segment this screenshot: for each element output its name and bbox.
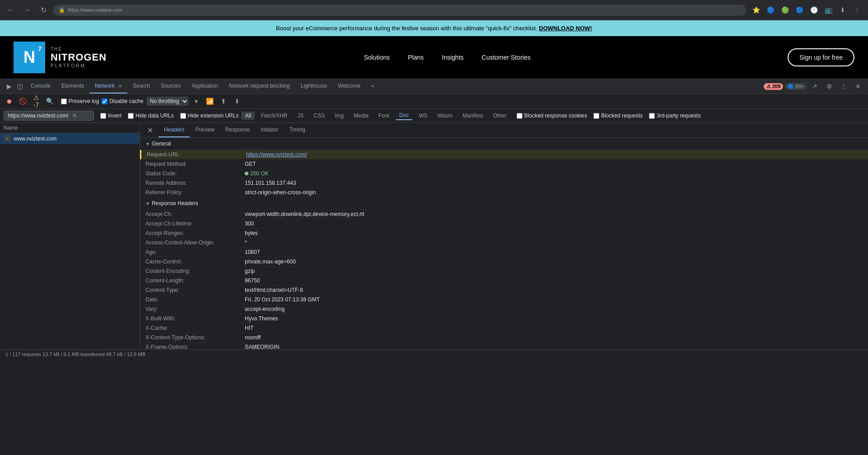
add-tab-button[interactable]: + [368,80,378,93]
response-header-value: Fri, 20 Oct 2023 07:13:38 GMT [245,296,863,303]
list-item[interactable]: ≡ www.nviztest.com [0,133,140,144]
chrome-ext-1[interactable]: 🟢 [779,4,791,16]
warnings-button[interactable]: ⚠ -7 [31,96,42,107]
general-section-header[interactable]: ▼ General [140,138,868,150]
hide-extension-urls-checkbox[interactable] [180,113,186,119]
devtools-settings-button[interactable]: ⚙ [823,80,835,93]
response-header-value: accept-encoding [245,306,863,312]
tab-lighthouse[interactable]: Lighthouse [295,79,333,94]
tab-search[interactable]: Search [127,79,155,94]
tab-console[interactable]: Console [25,79,56,94]
filter-other[interactable]: Other [490,112,510,120]
network-toolbar: ⏺ 🚫 ⚠ -7 🔍 Preserve log Disable cache No… [0,94,868,109]
wifi-button[interactable]: 📶 [205,96,215,107]
menu-button[interactable]: ⋮ [851,4,863,16]
hide-data-urls-checkbox[interactable] [128,113,134,119]
tab-initiator[interactable]: Initiator [255,123,284,137]
tab-network-close[interactable]: ✕ [118,84,122,89]
filter-doc[interactable]: Doc [396,111,412,120]
downloads-button[interactable]: ⬇ [836,4,849,16]
devtools-close-button[interactable]: ✕ [852,80,864,93]
tab-headers[interactable]: Headers [159,123,190,137]
invert-checkbox-label[interactable]: Invert [100,113,121,119]
select-element-button[interactable]: ↗ [808,80,821,93]
filter-ws[interactable]: WS [415,112,431,120]
blocked-response-cookies-checkbox[interactable] [517,113,523,119]
search-network-button[interactable]: 🔍 [44,96,55,107]
headers-content: ▼ General Request URL: https://www.nvizt… [140,138,868,349]
promo-cta[interactable]: DOWNLOAD NOW! [539,25,592,32]
response-header-value: nosniff [245,334,863,341]
tab-headers-label: Headers [164,127,184,133]
nav-solutions[interactable]: Solutions [364,54,390,61]
upload-har-button[interactable]: ⬆ [218,96,229,107]
response-header-value: HIT [245,325,863,331]
cast-button[interactable]: 📺 [822,4,835,16]
tab-elements[interactable]: Elements [56,79,89,94]
filter-all-button[interactable]: All [241,112,254,120]
blocked-requests-label[interactable]: Blocked requests [593,113,643,119]
third-party-requests-checkbox[interactable] [649,113,655,119]
preserve-log-label[interactable]: Preserve log [61,98,99,104]
tab-application[interactable]: Application [186,79,224,94]
response-header-row: X-Cache:HIT [140,324,868,333]
clear-button[interactable]: 🚫 [17,96,28,107]
response-headers-section-header[interactable]: ▼ Response Headers [140,197,868,210]
chrome-ext-2[interactable]: 🔵 [793,4,806,16]
blocked-response-cookies-label[interactable]: Blocked response cookies [517,113,587,119]
tab-sources-label: Sources [161,83,181,89]
back-button[interactable]: ← [5,4,17,16]
device-toggle-button[interactable]: ◫ [14,81,25,92]
warning-badge[interactable]: ⚠ 209 [764,83,783,90]
invert-checkbox[interactable] [100,113,106,119]
extensions-button[interactable]: ⭐ [750,4,762,16]
throttle-select[interactable]: No throttling [146,97,188,106]
filter-wasm[interactable]: Wasm [434,112,457,120]
blocked-requests-checkbox[interactable] [593,113,599,119]
clear-filter-icon[interactable]: ✕ [72,113,77,119]
nav-customer-stories[interactable]: Customer Stories [482,54,531,61]
logo-box: N 7 [14,42,45,73]
filter-css[interactable]: CSS [310,112,329,120]
address-bar[interactable]: 🔒 https://www.nviztest.com [53,5,746,16]
tab-preview[interactable]: Preview [190,123,220,137]
hide-extension-urls-label[interactable]: Hide extension URLs [180,113,239,119]
tab-network[interactable]: Network ✕ [89,79,127,94]
filter-fetch-xhr[interactable]: Fetch/XHR [257,112,291,120]
inspect-element-button[interactable]: ▶ [4,81,14,92]
filter-manifest[interactable]: Manifest [459,112,486,120]
devtools-more-button[interactable]: ⋮ [837,80,850,93]
chrome-ext-3[interactable]: 🕐 [807,4,820,16]
record-button[interactable]: ⏺ [4,96,14,107]
download-har-button[interactable]: ⬇ [232,96,243,107]
tab-timing[interactable]: Timing [284,123,311,137]
filter-img[interactable]: Img [331,112,347,120]
nav-insights[interactable]: Insights [442,54,463,61]
filter-js[interactable]: JS [294,112,308,120]
filter-media[interactable]: Media [350,112,372,120]
profile-button[interactable]: 🔵 [764,4,777,16]
tab-welcome[interactable]: Welcome [332,79,366,94]
tab-timing-label: Timing [289,127,305,133]
response-header-value: 96750 [245,277,863,284]
tab-sources[interactable]: Sources [155,79,186,94]
throttle-dropdown[interactable]: ▾ [191,96,202,107]
tab-response[interactable]: Response [220,123,255,137]
tab-application-label: Application [191,83,218,89]
tab-network-request-blocking[interactable]: Network request blocking [224,79,295,94]
disable-cache-checkbox[interactable] [102,99,107,104]
third-party-requests-label[interactable]: 3rd-party requests [649,113,700,119]
disable-cache-label[interactable]: Disable cache [102,98,143,104]
hide-data-urls-label[interactable]: Hide data URLs [128,113,174,119]
request-url-value[interactable]: https://www.nviztest.com/ [246,151,863,158]
reload-button[interactable]: ↻ [37,4,50,16]
request-method-label: Request Method: [145,161,245,167]
forward-button[interactable]: → [21,4,33,16]
close-detail-panel-button[interactable]: ✕ [144,124,157,136]
preserve-log-checkbox[interactable] [61,99,67,104]
signup-button[interactable]: Sign up for free [788,48,854,66]
nav-plans[interactable]: Plans [408,54,424,61]
filter-font[interactable]: Font [375,112,393,120]
response-header-name: Accept-Ranges: [145,230,245,236]
url-filter-input[interactable]: https://www.nviztest.com/ ✕ [4,111,94,121]
